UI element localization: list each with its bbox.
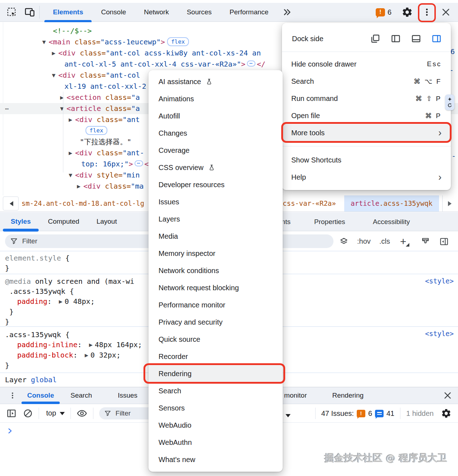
eye-icon[interactable] [77, 408, 87, 419]
drawer-kebab-icon[interactable] [9, 390, 16, 400]
css-value[interactable]: 0 48px; [64, 297, 94, 306]
ai-assistance-floating-badge[interactable] [445, 94, 454, 110]
panel-tab[interactable]: Performance [221, 3, 278, 21]
submenu-item[interactable]: Search [148, 382, 283, 399]
submenu-item[interactable]: Media [148, 228, 283, 245]
console-prompt-chevron-icon[interactable] [6, 427, 14, 434]
log-level-dropdown-arrow-icon[interactable] [286, 414, 291, 420]
style-source-link[interactable]: <style> [425, 277, 454, 285]
panel-tab[interactable]: Elements [44, 3, 92, 21]
menu-item[interactable]: Search ⌘ ⌥ F [282, 73, 451, 90]
panel-tab[interactable]: Network [135, 3, 178, 21]
breadcrumb-scroll-left-button[interactable] [3, 196, 19, 210]
expand-arrow-icon[interactable]: ▼ [52, 70, 58, 81]
style-source-link[interactable]: <style> [425, 330, 454, 337]
submenu-item[interactable]: AI assistance [148, 73, 283, 90]
toggle-element-state-icon[interactable] [339, 232, 349, 251]
sidebar-tab[interactable]: Accessibility [373, 212, 410, 231]
submenu-item[interactable]: What's new [148, 451, 283, 468]
drawer-tab[interactable]: Issues [118, 387, 137, 404]
panel-tab[interactable]: Sources [178, 3, 221, 21]
submenu-item[interactable]: Layers [148, 210, 283, 228]
expand-arrow-icon[interactable]: ▶ [60, 92, 67, 103]
issues-summary-button[interactable]: 47 Issues: ! 6 41 [321, 409, 395, 418]
menu-item[interactable]: Show Shortcuts [282, 151, 451, 169]
styles-tab[interactable]: Styles [2, 212, 39, 231]
css-property[interactable]: padding-inline [17, 340, 78, 349]
expand-arrow-icon[interactable]: ▶ [69, 147, 75, 159]
drawer-tab[interactable]: Rendering [332, 387, 364, 404]
expand-value-icon[interactable]: ▶ [89, 340, 93, 350]
submenu-item[interactable]: WebAuthn [148, 434, 283, 451]
inspect-element-icon[interactable] [6, 6, 18, 18]
submenu-item[interactable]: Animations [148, 90, 283, 107]
layer-global-link[interactable]: global [31, 375, 57, 384]
rendering-emulation-icon[interactable] [421, 232, 430, 251]
expand-value-icon[interactable]: ▶ [59, 297, 62, 307]
dock-bottom-icon[interactable] [411, 34, 421, 44]
expand-value-icon[interactable]: ▶ [85, 350, 88, 360]
hover-state-button[interactable]: :hov [357, 232, 371, 251]
css-value[interactable]: 48px 164px; [95, 340, 142, 349]
submenu-item[interactable]: CSS overview [148, 159, 283, 176]
close-devtools-icon[interactable] [441, 7, 451, 17]
drawer-tab[interactable]: Console [27, 387, 54, 404]
menu-item[interactable]: Hide console drawer Esc [282, 55, 451, 73]
expand-arrow-icon[interactable]: ▼ [60, 103, 67, 114]
submenu-item[interactable]: Developer resources [148, 176, 283, 193]
issues-counter-button[interactable]: ! 6 [376, 8, 391, 16]
dock-right-icon-selected[interactable] [432, 34, 442, 44]
css-property[interactable]: padding [17, 297, 47, 306]
menu-item[interactable]: Run command ⌘ ⇧ P [282, 90, 451, 107]
expand-arrow-icon[interactable]: ▶ [52, 48, 58, 59]
submenu-item[interactable]: Coverage [148, 142, 283, 159]
settings-gear-icon[interactable] [401, 6, 413, 18]
hidden-messages-label[interactable]: 1 hidden [406, 409, 434, 418]
breadcrumb-item[interactable]: sm-24.ant-col-md-18.ant-col-lg [21, 195, 144, 212]
breadcrumb-item[interactable]: css-var-«R2a» [283, 195, 336, 212]
styles-tab[interactable]: Layout [88, 212, 126, 231]
undock-icon[interactable] [370, 34, 380, 44]
console-settings-gear-icon[interactable] [441, 408, 452, 419]
menu-item[interactable]: More tools › [282, 124, 451, 141]
submenu-item[interactable]: Changes [148, 125, 283, 142]
new-style-rule-button[interactable]: + [400, 232, 406, 251]
sidebar-tab[interactable]: Properties [314, 212, 345, 231]
submenu-item[interactable]: Privacy and security [148, 314, 283, 331]
breadcrumb-item-selected[interactable]: article.acss-135ywqk [344, 195, 439, 212]
expand-arrow-icon[interactable]: ▶ [69, 114, 75, 125]
menu-item-shortcut: Esc [427, 60, 442, 68]
submenu-item[interactable]: Quick source [148, 331, 283, 348]
device-toolbar-icon[interactable] [24, 6, 36, 18]
more-tabs-icon[interactable] [281, 6, 293, 18]
menu-item[interactable]: Help › [282, 169, 451, 186]
toggle-sidebar-icon[interactable] [439, 232, 449, 251]
close-drawer-icon[interactable] [443, 391, 452, 400]
customize-devtools-kebab-icon[interactable] [422, 7, 432, 18]
submenu-item[interactable]: Recorder [148, 348, 283, 365]
expand-arrow-icon[interactable]: ▶ [77, 181, 83, 192]
submenu-item[interactable]: Memory inspector [148, 245, 283, 262]
expand-arrow-icon[interactable]: ▼ [42, 37, 49, 48]
css-property[interactable]: padding-block [17, 351, 73, 359]
styles-tab[interactable]: Computed [39, 212, 88, 231]
submenu-item[interactable]: Issues [148, 193, 283, 210]
breadcrumb-scroll-right-button[interactable] [442, 195, 458, 212]
menu-item[interactable]: Open file ⌘ P [282, 107, 451, 124]
css-value[interactable]: 0 32px; [91, 351, 121, 359]
submenu-item[interactable]: Performance monitor [148, 296, 283, 314]
javascript-context-selector[interactable]: top [46, 409, 65, 418]
drawer-tab[interactable]: Search [70, 387, 92, 404]
dock-left-icon[interactable] [391, 34, 401, 44]
element-classes-button[interactable]: .cls [379, 232, 390, 251]
panel-tab[interactable]: Console [92, 3, 135, 21]
expand-arrow-icon[interactable]: ▼ [69, 170, 75, 181]
clear-console-icon[interactable] [23, 408, 33, 418]
submenu-item[interactable]: Network request blocking [148, 279, 283, 296]
submenu-item[interactable]: Rendering [148, 365, 283, 382]
show-console-sidebar-icon[interactable] [6, 408, 16, 418]
submenu-item[interactable]: Autofill [148, 107, 283, 125]
submenu-item[interactable]: Network conditions [148, 262, 283, 279]
submenu-item[interactable]: WebAudio [148, 417, 283, 434]
submenu-item[interactable]: Sensors [148, 399, 283, 417]
